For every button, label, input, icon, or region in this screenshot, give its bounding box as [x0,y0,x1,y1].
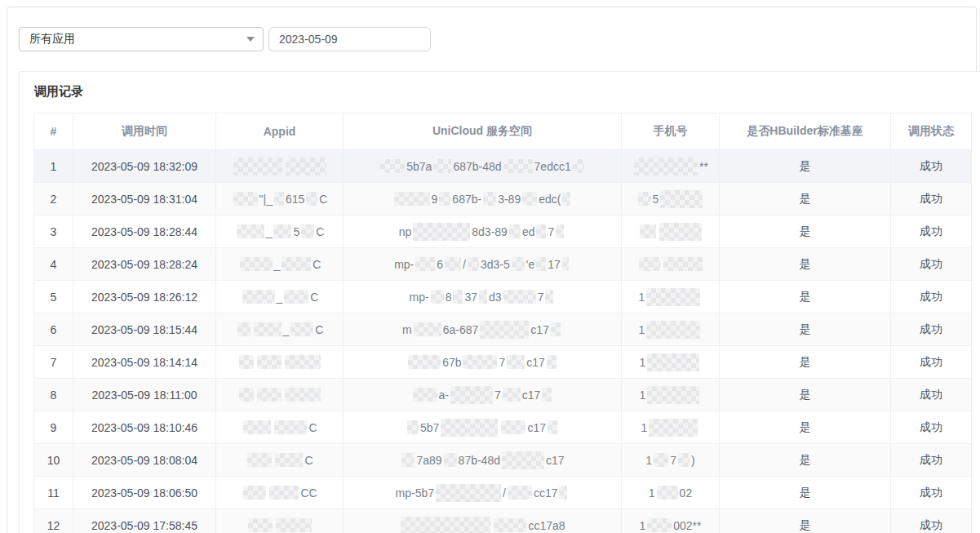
redacted-block [275,453,303,467]
redacted-block [483,192,496,206]
hbuilder-flag: 是 [720,215,891,248]
redacted-block [503,290,536,304]
redacted-block [450,386,493,404]
redacted-fragment: 1 [649,486,655,500]
row-index: 10 [34,444,73,477]
redacted-block [414,322,441,336]
redacted-block [463,355,497,369]
hbuilder-flag: 是 [720,313,891,346]
redacted-fragment: 3d3-5 [481,258,510,271]
redacted-fragment: 1 [640,389,646,402]
service-space-cell: 7a8987b-48dc17 [344,444,622,477]
redacted-block [247,453,272,467]
chevron-down-icon [246,37,255,42]
call-status: 成功 [891,509,972,533]
row-index: 3 [34,215,73,248]
appid-cell [216,150,344,183]
call-status: 成功 [891,248,972,281]
redacted-fragment: cc17 [534,486,558,500]
redacted-block [547,355,557,369]
redacted-block [573,159,584,173]
call-time: 2023-05-09 18:28:24 [73,248,216,281]
redacted-block [634,158,698,175]
service-space-cell: np8d3-89ed7 [344,215,622,248]
appid-cell: _C [216,281,344,313]
redacted-fragment: _ [277,291,283,304]
redacted-fragment: 7a89 [416,454,441,467]
redacted-block [413,388,437,402]
redacted-fragment: c17 [526,356,545,369]
redacted-block [237,322,251,336]
redacted-block [647,518,672,532]
redacted-block [551,322,561,336]
redacted-fragment: 6a-687 [443,323,479,336]
redacted-fragment: 6 [437,258,443,271]
redacted-block [257,355,282,369]
column-header-2: Appid [216,113,344,150]
table-row: 102023-05-09 18:08:04C7a8987b-48dc1717)是… [34,444,972,477]
redacted-block [649,419,698,437]
redacted-block [548,420,557,434]
redacted-block [273,224,291,238]
redacted-block [439,192,450,206]
hbuilder-flag: 是 [720,411,891,444]
redacted-block [380,159,405,173]
redacted-block [480,321,529,339]
service-space-cell: 5b7c17 [344,411,622,444]
redacted-block [501,420,525,434]
call-time: 2023-05-09 18:31:04 [73,183,216,215]
app-filter-select[interactable]: 所有应用 [19,27,264,51]
redacted-fragment: "|_ [259,193,273,206]
redacted-block [512,257,525,271]
redacted-fragment: 'e [526,258,534,271]
column-header-1: 调用时间 [73,113,216,150]
redacted-block [509,224,521,238]
hbuilder-flag: 是 [720,379,891,411]
redacted-fragment: / [503,486,506,500]
phone-cell [622,248,720,281]
call-time: 2023-05-09 18:14:14 [73,346,216,379]
redacted-fragment: np [399,225,412,238]
redacted-block [647,386,699,404]
redacted-block [408,355,441,369]
redacted-block [659,223,702,241]
date-input[interactable] [268,27,431,51]
redacted-fragment: d3 [489,291,502,304]
phone-cell: 102 [622,477,720,509]
column-header-5: 是否HBuilder标准基座 [720,113,891,150]
redacted-block [248,518,273,532]
redacted-block [507,355,525,369]
redacted-block [445,257,461,271]
row-index: 12 [34,509,73,533]
call-time: 2023-05-09 18:06:50 [73,477,216,509]
redacted-block [433,159,451,173]
row-index: 7 [34,346,73,379]
redacted-block [239,355,254,369]
redacted-block [274,420,307,434]
call-time: 2023-05-09 18:26:12 [73,281,216,313]
row-index: 9 [34,411,73,444]
redacted-block [494,518,526,532]
call-status: 成功 [891,150,972,183]
redacted-fragment: 1 [641,421,648,434]
redacted-block [243,486,266,500]
redacted-block [678,453,690,467]
redacted-block [639,257,660,271]
redacted-fragment: 1 [639,519,645,532]
service-space-cell: cc17a8 [344,509,622,533]
redacted-fragment: a- [439,389,449,402]
call-time: 2023-05-09 18:32:09 [73,150,216,183]
redacted-fragment: 5 [293,225,299,238]
redacted-block [479,290,487,304]
redacted-fragment: 1 [639,291,645,304]
redacted-block [556,224,564,238]
call-status: 成功 [891,477,972,509]
redacted-block [239,388,254,402]
card-title: 调用记录 [33,82,968,113]
table-row: 22023-05-09 18:31:04"|_615C9687b-3-89edc… [34,183,972,215]
call-time: 2023-05-09 18:15:44 [73,313,216,346]
hbuilder-flag: 是 [720,477,891,509]
hbuilder-flag: 是 [720,444,891,477]
redacted-block [413,223,470,241]
redacted-block [274,192,284,206]
